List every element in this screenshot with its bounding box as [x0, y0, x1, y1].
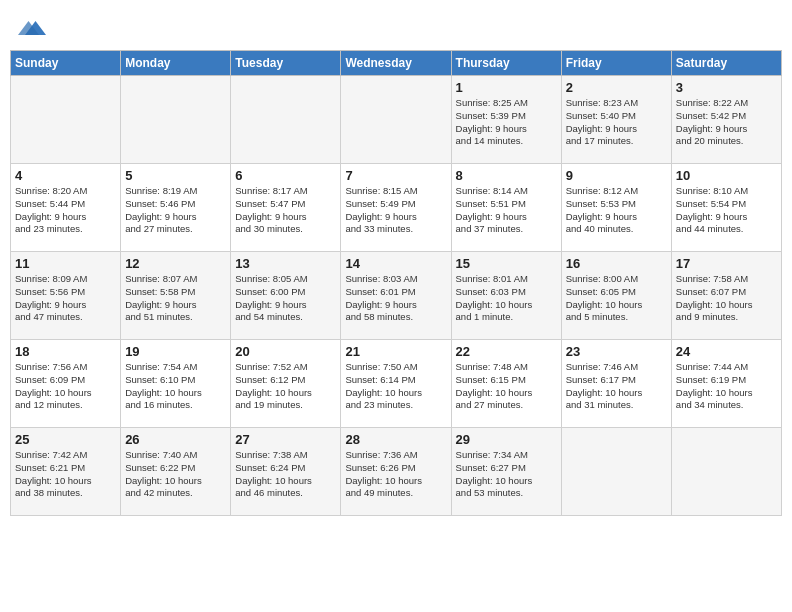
day-number: 24	[676, 344, 777, 359]
day-info: Sunrise: 8:03 AM Sunset: 6:01 PM Dayligh…	[345, 273, 446, 324]
day-number: 8	[456, 168, 557, 183]
day-info: Sunrise: 8:01 AM Sunset: 6:03 PM Dayligh…	[456, 273, 557, 324]
calendar-cell: 6Sunrise: 8:17 AM Sunset: 5:47 PM Daylig…	[231, 164, 341, 252]
day-number: 23	[566, 344, 667, 359]
day-info: Sunrise: 8:05 AM Sunset: 6:00 PM Dayligh…	[235, 273, 336, 324]
day-number: 18	[15, 344, 116, 359]
day-number: 14	[345, 256, 446, 271]
calendar-week-row: 25Sunrise: 7:42 AM Sunset: 6:21 PM Dayli…	[11, 428, 782, 516]
day-number: 21	[345, 344, 446, 359]
header-saturday: Saturday	[671, 51, 781, 76]
calendar-cell: 1Sunrise: 8:25 AM Sunset: 5:39 PM Daylig…	[451, 76, 561, 164]
day-number: 5	[125, 168, 226, 183]
day-number: 9	[566, 168, 667, 183]
calendar-cell: 28Sunrise: 7:36 AM Sunset: 6:26 PM Dayli…	[341, 428, 451, 516]
day-number: 3	[676, 80, 777, 95]
calendar-cell	[231, 76, 341, 164]
day-number: 6	[235, 168, 336, 183]
day-info: Sunrise: 7:46 AM Sunset: 6:17 PM Dayligh…	[566, 361, 667, 412]
calendar-cell: 11Sunrise: 8:09 AM Sunset: 5:56 PM Dayli…	[11, 252, 121, 340]
day-number: 22	[456, 344, 557, 359]
calendar-cell: 9Sunrise: 8:12 AM Sunset: 5:53 PM Daylig…	[561, 164, 671, 252]
header-thursday: Thursday	[451, 51, 561, 76]
calendar-cell: 14Sunrise: 8:03 AM Sunset: 6:01 PM Dayli…	[341, 252, 451, 340]
calendar-cell: 19Sunrise: 7:54 AM Sunset: 6:10 PM Dayli…	[121, 340, 231, 428]
day-info: Sunrise: 7:50 AM Sunset: 6:14 PM Dayligh…	[345, 361, 446, 412]
day-info: Sunrise: 8:15 AM Sunset: 5:49 PM Dayligh…	[345, 185, 446, 236]
day-number: 15	[456, 256, 557, 271]
day-info: Sunrise: 8:20 AM Sunset: 5:44 PM Dayligh…	[15, 185, 116, 236]
calendar-cell: 3Sunrise: 8:22 AM Sunset: 5:42 PM Daylig…	[671, 76, 781, 164]
calendar-body: 1Sunrise: 8:25 AM Sunset: 5:39 PM Daylig…	[11, 76, 782, 516]
calendar-week-row: 4Sunrise: 8:20 AM Sunset: 5:44 PM Daylig…	[11, 164, 782, 252]
calendar-cell: 13Sunrise: 8:05 AM Sunset: 6:00 PM Dayli…	[231, 252, 341, 340]
header-monday: Monday	[121, 51, 231, 76]
calendar-cell: 18Sunrise: 7:56 AM Sunset: 6:09 PM Dayli…	[11, 340, 121, 428]
calendar-cell	[671, 428, 781, 516]
logo-icon	[18, 14, 46, 42]
header-tuesday: Tuesday	[231, 51, 341, 76]
calendar-cell: 20Sunrise: 7:52 AM Sunset: 6:12 PM Dayli…	[231, 340, 341, 428]
calendar-cell	[11, 76, 121, 164]
day-info: Sunrise: 7:58 AM Sunset: 6:07 PM Dayligh…	[676, 273, 777, 324]
day-number: 12	[125, 256, 226, 271]
day-number: 16	[566, 256, 667, 271]
day-info: Sunrise: 7:38 AM Sunset: 6:24 PM Dayligh…	[235, 449, 336, 500]
calendar-cell: 16Sunrise: 8:00 AM Sunset: 6:05 PM Dayli…	[561, 252, 671, 340]
calendar-week-row: 1Sunrise: 8:25 AM Sunset: 5:39 PM Daylig…	[11, 76, 782, 164]
day-number: 17	[676, 256, 777, 271]
day-number: 7	[345, 168, 446, 183]
calendar-table: SundayMondayTuesdayWednesdayThursdayFrid…	[10, 50, 782, 516]
calendar-cell: 10Sunrise: 8:10 AM Sunset: 5:54 PM Dayli…	[671, 164, 781, 252]
day-number: 1	[456, 80, 557, 95]
day-info: Sunrise: 7:42 AM Sunset: 6:21 PM Dayligh…	[15, 449, 116, 500]
page-header	[10, 10, 782, 42]
calendar-cell	[561, 428, 671, 516]
calendar-cell: 26Sunrise: 7:40 AM Sunset: 6:22 PM Dayli…	[121, 428, 231, 516]
day-number: 4	[15, 168, 116, 183]
day-info: Sunrise: 7:56 AM Sunset: 6:09 PM Dayligh…	[15, 361, 116, 412]
calendar-cell	[121, 76, 231, 164]
day-info: Sunrise: 8:12 AM Sunset: 5:53 PM Dayligh…	[566, 185, 667, 236]
day-info: Sunrise: 8:25 AM Sunset: 5:39 PM Dayligh…	[456, 97, 557, 148]
calendar-cell	[341, 76, 451, 164]
day-info: Sunrise: 8:23 AM Sunset: 5:40 PM Dayligh…	[566, 97, 667, 148]
calendar-week-row: 11Sunrise: 8:09 AM Sunset: 5:56 PM Dayli…	[11, 252, 782, 340]
calendar-cell: 4Sunrise: 8:20 AM Sunset: 5:44 PM Daylig…	[11, 164, 121, 252]
calendar-cell: 29Sunrise: 7:34 AM Sunset: 6:27 PM Dayli…	[451, 428, 561, 516]
calendar-cell: 5Sunrise: 8:19 AM Sunset: 5:46 PM Daylig…	[121, 164, 231, 252]
day-number: 20	[235, 344, 336, 359]
day-info: Sunrise: 7:40 AM Sunset: 6:22 PM Dayligh…	[125, 449, 226, 500]
header-sunday: Sunday	[11, 51, 121, 76]
calendar-cell: 12Sunrise: 8:07 AM Sunset: 5:58 PM Dayli…	[121, 252, 231, 340]
calendar-week-row: 18Sunrise: 7:56 AM Sunset: 6:09 PM Dayli…	[11, 340, 782, 428]
day-number: 13	[235, 256, 336, 271]
day-info: Sunrise: 8:09 AM Sunset: 5:56 PM Dayligh…	[15, 273, 116, 324]
day-number: 19	[125, 344, 226, 359]
calendar-cell: 8Sunrise: 8:14 AM Sunset: 5:51 PM Daylig…	[451, 164, 561, 252]
calendar-cell: 15Sunrise: 8:01 AM Sunset: 6:03 PM Dayli…	[451, 252, 561, 340]
calendar-cell: 24Sunrise: 7:44 AM Sunset: 6:19 PM Dayli…	[671, 340, 781, 428]
logo	[14, 14, 46, 42]
day-number: 28	[345, 432, 446, 447]
day-number: 11	[15, 256, 116, 271]
header-row: SundayMondayTuesdayWednesdayThursdayFrid…	[11, 51, 782, 76]
day-info: Sunrise: 7:36 AM Sunset: 6:26 PM Dayligh…	[345, 449, 446, 500]
day-info: Sunrise: 7:54 AM Sunset: 6:10 PM Dayligh…	[125, 361, 226, 412]
day-number: 27	[235, 432, 336, 447]
day-info: Sunrise: 8:07 AM Sunset: 5:58 PM Dayligh…	[125, 273, 226, 324]
day-number: 29	[456, 432, 557, 447]
day-info: Sunrise: 7:52 AM Sunset: 6:12 PM Dayligh…	[235, 361, 336, 412]
calendar-cell: 25Sunrise: 7:42 AM Sunset: 6:21 PM Dayli…	[11, 428, 121, 516]
day-number: 2	[566, 80, 667, 95]
day-info: Sunrise: 8:14 AM Sunset: 5:51 PM Dayligh…	[456, 185, 557, 236]
day-number: 26	[125, 432, 226, 447]
calendar-cell: 2Sunrise: 8:23 AM Sunset: 5:40 PM Daylig…	[561, 76, 671, 164]
calendar-cell: 7Sunrise: 8:15 AM Sunset: 5:49 PM Daylig…	[341, 164, 451, 252]
day-info: Sunrise: 7:44 AM Sunset: 6:19 PM Dayligh…	[676, 361, 777, 412]
day-info: Sunrise: 8:00 AM Sunset: 6:05 PM Dayligh…	[566, 273, 667, 324]
day-number: 10	[676, 168, 777, 183]
header-friday: Friday	[561, 51, 671, 76]
calendar-cell: 17Sunrise: 7:58 AM Sunset: 6:07 PM Dayli…	[671, 252, 781, 340]
day-info: Sunrise: 8:22 AM Sunset: 5:42 PM Dayligh…	[676, 97, 777, 148]
